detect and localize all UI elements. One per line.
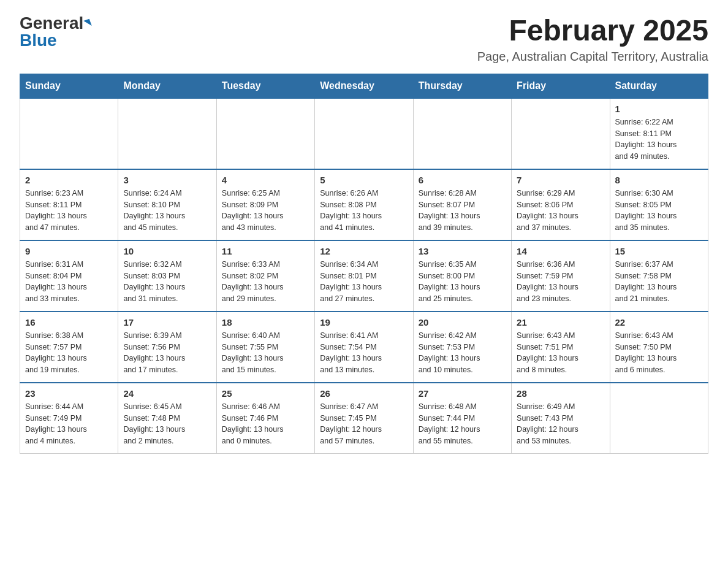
col-saturday: Saturday [610, 74, 708, 98]
day-info: Sunrise: 6:31 AMSunset: 8:04 PMDaylight:… [25, 259, 113, 305]
calendar-cell [20, 98, 118, 169]
day-number: 19 [320, 317, 408, 327]
day-number: 20 [419, 317, 506, 327]
day-number: 10 [123, 246, 211, 256]
day-info: Sunrise: 6:44 AMSunset: 7:49 PMDaylight:… [25, 401, 113, 447]
day-info: Sunrise: 6:26 AMSunset: 8:08 PMDaylight:… [320, 188, 408, 234]
calendar-cell [216, 98, 314, 169]
day-number: 8 [615, 175, 703, 185]
calendar-cell: 22Sunrise: 6:43 AMSunset: 7:50 PMDayligh… [610, 312, 708, 383]
logo-arrow-icon [84, 19, 93, 28]
day-info: Sunrise: 6:35 AMSunset: 8:00 PMDaylight:… [419, 259, 506, 305]
calendar-week-5: 23Sunrise: 6:44 AMSunset: 7:49 PMDayligh… [20, 383, 708, 454]
calendar-week-4: 16Sunrise: 6:38 AMSunset: 7:57 PMDayligh… [20, 312, 708, 383]
calendar-cell [315, 98, 413, 169]
calendar-cell: 13Sunrise: 6:35 AMSunset: 8:00 PMDayligh… [413, 240, 511, 312]
col-wednesday: Wednesday [315, 74, 413, 98]
day-info: Sunrise: 6:42 AMSunset: 7:53 PMDaylight:… [419, 330, 506, 376]
calendar-cell: 17Sunrise: 6:39 AMSunset: 7:56 PMDayligh… [118, 312, 216, 383]
day-info: Sunrise: 6:43 AMSunset: 7:50 PMDaylight:… [615, 330, 703, 376]
calendar-cell: 16Sunrise: 6:38 AMSunset: 7:57 PMDayligh… [20, 312, 118, 383]
day-number: 11 [222, 246, 309, 256]
calendar-cell: 4Sunrise: 6:25 AMSunset: 8:09 PMDaylight… [216, 169, 314, 240]
col-monday: Monday [118, 74, 216, 98]
day-info: Sunrise: 6:46 AMSunset: 7:46 PMDaylight:… [222, 401, 309, 447]
day-number: 1 [615, 104, 703, 114]
col-tuesday: Tuesday [216, 74, 314, 98]
day-number: 3 [123, 175, 211, 185]
location-title: Page, Australian Capital Territory, Aust… [477, 50, 708, 64]
day-info: Sunrise: 6:47 AMSunset: 7:45 PMDaylight:… [320, 401, 408, 447]
calendar-header: Sunday Monday Tuesday Wednesday Thursday… [20, 74, 708, 98]
day-number: 24 [123, 388, 211, 399]
calendar-cell: 11Sunrise: 6:33 AMSunset: 8:02 PMDayligh… [216, 240, 314, 312]
day-info: Sunrise: 6:38 AMSunset: 7:57 PMDaylight:… [25, 330, 113, 376]
calendar-cell: 10Sunrise: 6:32 AMSunset: 8:03 PMDayligh… [118, 240, 216, 312]
logo: General Blue [20, 15, 91, 49]
calendar-table: Sunday Monday Tuesday Wednesday Thursday… [20, 74, 708, 454]
calendar-cell [413, 98, 511, 169]
calendar-week-2: 2Sunrise: 6:23 AMSunset: 8:11 PMDaylight… [20, 169, 708, 240]
calendar-cell: 18Sunrise: 6:40 AMSunset: 7:55 PMDayligh… [216, 312, 314, 383]
day-number: 21 [517, 317, 604, 327]
day-number: 4 [222, 175, 309, 185]
calendar-cell: 12Sunrise: 6:34 AMSunset: 8:01 PMDayligh… [315, 240, 413, 312]
day-info: Sunrise: 6:30 AMSunset: 8:05 PMDaylight:… [615, 188, 703, 234]
day-number: 27 [419, 388, 506, 399]
day-number: 5 [320, 175, 408, 185]
day-info: Sunrise: 6:36 AMSunset: 7:59 PMDaylight:… [517, 259, 604, 305]
calendar-cell: 6Sunrise: 6:28 AMSunset: 8:07 PMDaylight… [413, 169, 511, 240]
calendar-cell: 8Sunrise: 6:30 AMSunset: 8:05 PMDaylight… [610, 169, 708, 240]
calendar-week-1: 1Sunrise: 6:22 AMSunset: 8:11 PMDaylight… [20, 98, 708, 169]
calendar-cell: 7Sunrise: 6:29 AMSunset: 8:06 PMDaylight… [512, 169, 610, 240]
month-title: February 2025 [477, 15, 708, 47]
day-info: Sunrise: 6:28 AMSunset: 8:07 PMDaylight:… [419, 188, 506, 234]
calendar-cell: 21Sunrise: 6:43 AMSunset: 7:51 PMDayligh… [512, 312, 610, 383]
calendar-cell: 24Sunrise: 6:45 AMSunset: 7:48 PMDayligh… [118, 383, 216, 454]
day-info: Sunrise: 6:33 AMSunset: 8:02 PMDaylight:… [222, 259, 309, 305]
col-thursday: Thursday [413, 74, 511, 98]
day-info: Sunrise: 6:41 AMSunset: 7:54 PMDaylight:… [320, 330, 408, 376]
calendar-cell: 1Sunrise: 6:22 AMSunset: 8:11 PMDaylight… [610, 98, 708, 169]
day-number: 9 [25, 246, 113, 256]
day-info: Sunrise: 6:40 AMSunset: 7:55 PMDaylight:… [222, 330, 309, 376]
day-info: Sunrise: 6:45 AMSunset: 7:48 PMDaylight:… [123, 401, 211, 447]
calendar-cell: 3Sunrise: 6:24 AMSunset: 8:10 PMDaylight… [118, 169, 216, 240]
calendar-cell: 15Sunrise: 6:37 AMSunset: 7:58 PMDayligh… [610, 240, 708, 312]
day-number: 22 [615, 317, 703, 327]
day-number: 26 [320, 388, 408, 399]
col-sunday: Sunday [20, 74, 118, 98]
day-number: 16 [25, 317, 113, 327]
header: General Blue February 2025 Page, Austral… [20, 15, 708, 64]
day-info: Sunrise: 6:25 AMSunset: 8:09 PMDaylight:… [222, 188, 309, 234]
calendar-cell [512, 98, 610, 169]
day-info: Sunrise: 6:37 AMSunset: 7:58 PMDaylight:… [615, 259, 703, 305]
calendar-cell: 14Sunrise: 6:36 AMSunset: 7:59 PMDayligh… [512, 240, 610, 312]
day-info: Sunrise: 6:49 AMSunset: 7:43 PMDaylight:… [517, 401, 604, 447]
day-number: 15 [615, 246, 703, 256]
calendar-cell [118, 98, 216, 169]
day-info: Sunrise: 6:23 AMSunset: 8:11 PMDaylight:… [25, 188, 113, 234]
day-info: Sunrise: 6:32 AMSunset: 8:03 PMDaylight:… [123, 259, 211, 305]
day-number: 17 [123, 317, 211, 327]
header-row: Sunday Monday Tuesday Wednesday Thursday… [20, 74, 708, 98]
title-area: February 2025 Page, Australian Capital T… [477, 15, 708, 64]
calendar-cell: 2Sunrise: 6:23 AMSunset: 8:11 PMDaylight… [20, 169, 118, 240]
logo-general-text: General [20, 15, 83, 32]
day-info: Sunrise: 6:39 AMSunset: 7:56 PMDaylight:… [123, 330, 211, 376]
col-friday: Friday [512, 74, 610, 98]
day-number: 23 [25, 388, 113, 399]
day-number: 28 [517, 388, 604, 399]
calendar-cell: 23Sunrise: 6:44 AMSunset: 7:49 PMDayligh… [20, 383, 118, 454]
logo-blue-text: Blue [20, 32, 57, 49]
calendar-cell: 27Sunrise: 6:48 AMSunset: 7:44 PMDayligh… [413, 383, 511, 454]
calendar-cell: 28Sunrise: 6:49 AMSunset: 7:43 PMDayligh… [512, 383, 610, 454]
day-number: 7 [517, 175, 604, 185]
day-number: 18 [222, 317, 309, 327]
calendar-cell: 19Sunrise: 6:41 AMSunset: 7:54 PMDayligh… [315, 312, 413, 383]
day-number: 2 [25, 175, 113, 185]
day-number: 25 [222, 388, 309, 399]
day-info: Sunrise: 6:43 AMSunset: 7:51 PMDaylight:… [517, 330, 604, 376]
day-info: Sunrise: 6:48 AMSunset: 7:44 PMDaylight:… [419, 401, 506, 447]
day-number: 14 [517, 246, 604, 256]
